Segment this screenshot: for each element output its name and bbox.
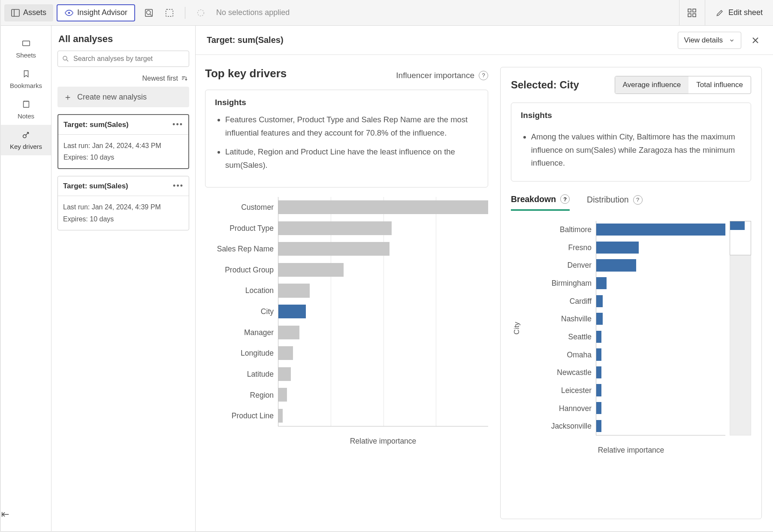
bar-label: Seattle xyxy=(523,328,596,346)
svg-point-20 xyxy=(63,56,67,60)
svg-rect-10 xyxy=(688,14,691,17)
insights-heading: Insights xyxy=(521,111,741,120)
chart-bar[interactable] xyxy=(596,224,725,236)
svg-point-4 xyxy=(147,10,151,14)
chart-bar[interactable] xyxy=(278,284,310,297)
selected-panel: Selected: City Average influence Total i… xyxy=(500,67,762,519)
chart-bar[interactable] xyxy=(278,346,293,360)
chart-bar[interactable] xyxy=(278,326,299,339)
card-lastrun: Last run: Jan 24, 2024, 4:43 PM xyxy=(63,140,183,151)
avg-influence-option[interactable]: Average influence xyxy=(615,76,689,94)
nav-notes[interactable]: Notes xyxy=(1,94,51,125)
card-expires: Expires: 10 days xyxy=(63,213,184,225)
rect-select-icon[interactable] xyxy=(164,8,175,18)
bar-label: Product Line xyxy=(205,405,278,426)
chart-bar[interactable] xyxy=(278,263,344,277)
chart-bar[interactable] xyxy=(596,402,601,414)
key-drivers-section: Top key drivers Influencer importance ? … xyxy=(205,67,488,519)
selected-insights-box: Insights Among the values within City, B… xyxy=(511,103,751,181)
xaxis-label: Relative importance xyxy=(511,446,751,455)
chart-bar[interactable] xyxy=(596,242,639,254)
card-menu-button[interactable]: ••• xyxy=(173,181,184,190)
influence-toggle[interactable]: Average influence Total influence xyxy=(615,76,751,94)
help-icon[interactable]: ? xyxy=(479,71,488,80)
chart-bar[interactable] xyxy=(596,259,636,271)
breakdown-chart[interactable]: City BaltimoreFresnoDenverBirminghamCard… xyxy=(511,221,751,435)
edit-label: Edit sheet xyxy=(728,8,763,17)
chart-bar[interactable] xyxy=(596,384,601,396)
view-details-button[interactable]: View details xyxy=(678,32,741,49)
bookmark-icon xyxy=(21,69,31,79)
insight-item: Latitude, Region and Product Line have t… xyxy=(225,145,478,172)
key-drivers-chart[interactable]: CustomerProduct TypeSales Rep NameProduc… xyxy=(205,197,488,446)
bar-label: Cardiff xyxy=(523,292,596,310)
svg-rect-6 xyxy=(166,9,173,16)
edit-sheet-button[interactable]: Edit sheet xyxy=(705,0,773,26)
svg-rect-11 xyxy=(693,14,696,17)
bar-label: Leicester xyxy=(523,382,596,400)
card-lastrun: Last run: Jan 24, 2024, 4:39 PM xyxy=(63,201,184,213)
close-button[interactable] xyxy=(749,34,762,47)
card-title: Target: sum(Sales) xyxy=(63,121,129,129)
insight-item: Features Customer, Product Type and Sale… xyxy=(225,113,478,139)
nav-bookmarks[interactable]: Bookmarks xyxy=(1,64,51,94)
bar-label: Longitude xyxy=(205,343,278,364)
bar-label: Product Type xyxy=(205,218,278,239)
insights-heading: Insights xyxy=(215,98,478,107)
analyses-title: All analyses xyxy=(58,33,188,45)
total-influence-option[interactable]: Total influence xyxy=(688,76,751,94)
grid-view-button[interactable] xyxy=(679,0,705,26)
chart-bar[interactable] xyxy=(278,242,390,256)
page-title: Target: sum(Sales) xyxy=(207,35,284,45)
chart-bar[interactable] xyxy=(596,331,601,343)
collapse-nav-button[interactable] xyxy=(1,502,51,531)
chart-bar[interactable] xyxy=(278,200,488,214)
bar-label: Location xyxy=(205,281,278,302)
lasso-select-icon[interactable] xyxy=(144,8,154,18)
chart-bar[interactable] xyxy=(278,409,283,423)
create-analysis-button[interactable]: ＋ Create new analysis xyxy=(57,87,189,107)
svg-point-7 xyxy=(198,9,204,16)
influencer-importance-label: Influencer importance xyxy=(396,71,474,80)
bar-label: Product Group xyxy=(205,260,278,281)
chart-bar[interactable] xyxy=(596,420,601,432)
bar-label: Sales Rep Name xyxy=(205,239,278,260)
sheets-icon xyxy=(21,39,31,48)
svg-rect-13 xyxy=(23,101,29,108)
chart-bar[interactable] xyxy=(596,295,603,307)
chart-bar[interactable] xyxy=(278,305,306,318)
yaxis-label: City xyxy=(513,322,521,334)
help-icon[interactable]: ? xyxy=(633,195,643,205)
analysis-card[interactable]: Target: sum(Sales) ••• Last run: Jan 24,… xyxy=(57,114,189,169)
chart-bar[interactable] xyxy=(596,313,603,325)
card-menu-button[interactable]: ••• xyxy=(172,120,183,129)
grid-icon xyxy=(688,9,696,17)
svg-rect-8 xyxy=(688,9,691,12)
tab-distribution[interactable]: Distribution ? xyxy=(587,194,643,211)
nav-key-drivers[interactable]: Key drivers xyxy=(1,125,51,155)
chart-bar[interactable] xyxy=(278,388,287,402)
chart-bar[interactable] xyxy=(596,348,601,360)
bar-label: Jacksonville xyxy=(523,417,596,435)
help-icon[interactable]: ? xyxy=(560,194,570,204)
tab-breakdown[interactable]: Breakdown ? xyxy=(511,194,570,211)
search-input[interactable] xyxy=(57,51,189,67)
insights-box: Insights Features Customer, Product Type… xyxy=(205,90,488,187)
chart-bar[interactable] xyxy=(278,221,392,235)
svg-line-21 xyxy=(66,60,68,61)
insight-advisor-button[interactable]: Insight Advisor xyxy=(57,4,135,21)
clear-select-icon[interactable] xyxy=(196,8,206,18)
chart-bar[interactable] xyxy=(278,367,291,381)
assets-button[interactable]: Assets xyxy=(4,4,53,21)
chart-bar[interactable] xyxy=(596,366,601,378)
analysis-card[interactable]: Target: sum(Sales) ••• Last run: Jan 24,… xyxy=(57,176,189,230)
bar-label: Latitude xyxy=(205,364,278,385)
nav-sheets[interactable]: Sheets xyxy=(1,33,51,64)
bar-label: Omaha xyxy=(523,346,596,364)
analyses-panel: All analyses Newest first ＋ Create new a… xyxy=(51,26,196,531)
plus-icon: ＋ xyxy=(63,91,72,103)
sort-control[interactable]: Newest first xyxy=(57,75,187,82)
chart-bar[interactable] xyxy=(596,277,607,289)
minimap[interactable] xyxy=(725,221,751,435)
bar-label: Customer xyxy=(205,197,278,218)
